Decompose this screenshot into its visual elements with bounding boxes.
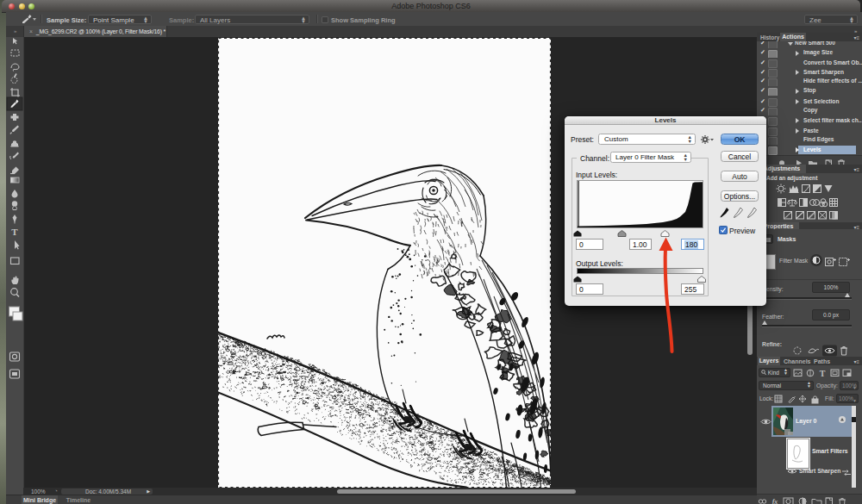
svg-text:fx: fx: [772, 498, 778, 504]
svg-text:T: T: [820, 369, 826, 378]
svg-text:T: T: [11, 227, 18, 237]
